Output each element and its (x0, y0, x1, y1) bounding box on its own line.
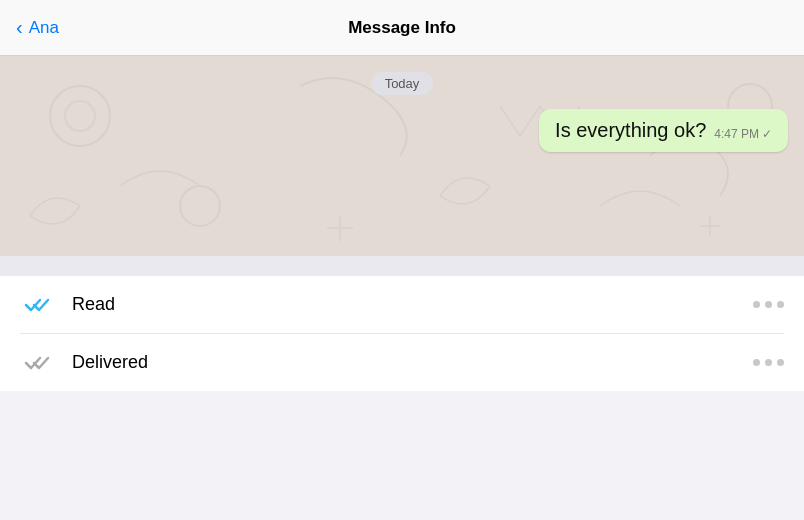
page-title: Message Info (348, 18, 456, 38)
message-bubble: Is everything ok? 4:47 PM ✓ (539, 109, 788, 152)
chat-content: Today Is everything ok? 4:47 PM ✓ (16, 72, 788, 152)
header: ‹ Ana Message Info (0, 0, 804, 56)
svg-point-2 (180, 186, 220, 226)
dot-2 (765, 301, 772, 308)
back-button[interactable]: ‹ Ana (16, 16, 59, 39)
dot-3 (777, 301, 784, 308)
message-text: Is everything ok? (555, 119, 706, 142)
delivered-dots (753, 359, 784, 366)
read-label: Read (72, 294, 737, 315)
message-time: 4:47 PM (714, 127, 759, 141)
date-badge: Today (371, 72, 434, 95)
info-section: Read Delivered (0, 276, 804, 391)
dot-5 (765, 359, 772, 366)
read-double-check-icon (20, 296, 56, 314)
message-meta: 4:47 PM ✓ (714, 127, 772, 141)
back-chevron-icon: ‹ (16, 16, 23, 39)
read-dots (753, 301, 784, 308)
chat-area: Today Is everything ok? 4:47 PM ✓ (0, 56, 804, 256)
delivered-double-check-icon (20, 354, 56, 372)
delivered-row: Delivered (20, 334, 784, 391)
dot-1 (753, 301, 760, 308)
section-divider (0, 256, 804, 276)
dot-6 (777, 359, 784, 366)
message-delivered-checkmark: ✓ (762, 127, 772, 141)
back-label: Ana (29, 18, 59, 38)
delivered-label: Delivered (72, 352, 737, 373)
dot-4 (753, 359, 760, 366)
read-row: Read (20, 276, 784, 334)
